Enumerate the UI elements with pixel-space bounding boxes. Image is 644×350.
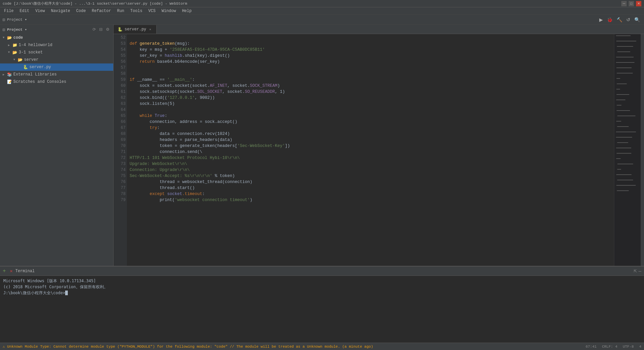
tree-node-label: 3-1 socket: [19, 50, 43, 55]
code-token: while: [130, 114, 155, 118]
terminal-add-tab[interactable]: +: [3, 268, 6, 274]
tree-node-label: External Libraries: [13, 72, 57, 77]
code-token: SO_REUSEADDR: [245, 90, 275, 94]
code-token: % token): [212, 174, 235, 178]
code-token: .timeout: [182, 192, 202, 196]
code-token: Connection: Upgrade\r\n\: [130, 168, 190, 172]
toolbar: ◫ Project ▾ ▶ 🐞 🔨 ↺ 🔍: [0, 15, 644, 25]
tree-node-icon: 📂: [17, 57, 23, 62]
menu-item-refactor[interactable]: Refactor: [89, 8, 114, 14]
tree-item-1-4_helloworld[interactable]: ▶📁1-4 helloworld: [0, 41, 113, 49]
maximize-button[interactable]: □: [629, 1, 634, 6]
tree-arrow-icon: ▼: [8, 51, 12, 54]
tree-node-icon: 📁: [12, 42, 17, 48]
close-button[interactable]: ✕: [636, 1, 641, 6]
tree-item-scratches_and_consoles[interactable]: 📝Scratches and Consoles: [0, 78, 113, 85]
code-line: return base64.b64encode(ser_key): [130, 59, 611, 65]
tree-item-code[interactable]: ▼📂code: [0, 34, 113, 41]
code-token: :: [157, 126, 160, 130]
collapse-button[interactable]: ⊟: [98, 27, 104, 32]
code-token: ser_key =: [130, 53, 165, 58]
code-content[interactable]: def generate_token(msg): key = msg + '25…: [127, 34, 614, 266]
line-number: 62: [115, 95, 126, 101]
code-token: return: [130, 59, 157, 64]
sidebar: ◫ Project ▾ ⟳ ⊟ ⚙ ▼📂code▶📁1-4 helloworld…: [0, 25, 114, 266]
tree-item-external_libraries[interactable]: ▶📚External Libraries: [0, 71, 113, 78]
menu-item-run[interactable]: Run: [114, 8, 127, 14]
debug-button[interactable]: 🐞: [606, 16, 614, 23]
line-number: 68: [115, 131, 126, 137]
terminal-minimize-button[interactable]: ─: [638, 269, 641, 274]
tab-close-icon[interactable]: ✕: [148, 27, 152, 31]
tree-item-server.py[interactable]: 🐍server.py: [0, 63, 113, 71]
title-bar: code [J:\book\微信小程序大全\code] - ...\3-1 so…: [0, 0, 644, 7]
tree-arrow-icon: ▶: [3, 73, 7, 76]
line-number: 57: [115, 65, 126, 71]
line-number: 63: [115, 101, 126, 107]
settings-button[interactable]: ⚙: [105, 27, 111, 32]
code-line: sock = socket.socket(socket.AF_INET, soc…: [130, 83, 611, 89]
menu-item-view[interactable]: View: [33, 8, 48, 14]
terminal-body[interactable]: Microsoft Windows [版本 10.0.17134.345](c)…: [0, 276, 644, 343]
code-token: thread.start(): [130, 186, 195, 190]
tree-node-label: code: [13, 35, 23, 40]
refresh-button[interactable]: ↺: [625, 16, 632, 23]
line-number: 65: [115, 113, 126, 119]
line-number: 76: [115, 179, 126, 185]
terminal-area: + ✕ Terminal ⇱ ─ Microsoft Windows [版本 1…: [0, 266, 644, 343]
code-token: except: [130, 192, 167, 196]
line-number: 69: [115, 137, 126, 143]
code-token: generate_token: [140, 41, 175, 46]
menu-item-vcs[interactable]: VCS: [146, 8, 158, 14]
line-number: 61: [115, 89, 126, 95]
search-toolbar-button[interactable]: 🔍: [633, 16, 641, 23]
code-line: data = connection.recv(1024): [130, 131, 611, 137]
code-token: def: [130, 41, 140, 46]
code-editor[interactable]: 5253545556575859606162636465666768697071…: [114, 34, 644, 266]
tab-server-py[interactable]: 🐍 server.py ✕: [114, 25, 157, 34]
code-token: SOL_SOCKET: [197, 90, 222, 94]
menu-item-tools[interactable]: Tools: [128, 8, 145, 14]
minimap: [614, 34, 641, 266]
terminal-close-tab[interactable]: ✕: [10, 268, 13, 274]
tree-item-3-1_socket[interactable]: ▼📂3-1 socket: [0, 49, 113, 56]
code-line: connection.send(\: [130, 149, 611, 155]
code-token: AF_INET: [210, 83, 227, 88]
line-number: 70: [115, 143, 126, 149]
code-token: __name__ ==: [137, 77, 167, 82]
title-controls: ─ □ ✕: [621, 1, 641, 6]
menu-item-window[interactable]: Window: [159, 8, 179, 14]
sync-button[interactable]: ⟳: [92, 27, 97, 32]
status-line-ending: CRLF: 4: [602, 345, 617, 349]
menu-item-navigate[interactable]: Navigate: [48, 8, 73, 14]
code-line: sock.listen(5): [130, 101, 611, 107]
build-button[interactable]: 🔨: [615, 16, 624, 23]
minimize-button[interactable]: ─: [621, 1, 627, 6]
code-token: base64.b64encode(ser_key): [157, 59, 220, 64]
menu-item-edit[interactable]: Edit: [17, 8, 32, 14]
code-line: headers = parse_headers(data): [130, 137, 611, 143]
code-token: connection, address = sock.accept(): [130, 120, 237, 124]
line-number: 55: [115, 53, 126, 59]
code-token: :: [165, 114, 167, 118]
code-token: ]): [285, 144, 290, 148]
terminal-line: Microsoft Windows [版本 10.0.17134.345]: [3, 278, 641, 284]
menu-item-help[interactable]: Help: [179, 8, 194, 14]
menu-item-file[interactable]: File: [1, 8, 16, 14]
code-token: 'websocket connection timeout': [175, 198, 250, 202]
code-token: 'Sec-WebSocket-Key': [237, 144, 285, 148]
menu-item-code[interactable]: Code: [73, 8, 89, 14]
code-line: Connection: Upgrade\r\n\: [130, 167, 611, 173]
tree-item-server[interactable]: ▼📂server: [0, 56, 113, 63]
terminal-expand-button[interactable]: ⇱: [634, 269, 637, 274]
code-line: try:: [130, 125, 611, 131]
code-line: print('websocket connection timeout'): [130, 197, 611, 203]
run-button[interactable]: ▶: [598, 16, 604, 23]
sidebar-header: ◫ Project ▾ ⟳ ⊟ ⚙: [0, 25, 113, 34]
code-line: except socket.timeout:: [130, 191, 611, 197]
sidebar-tree: ▼📂code▶📁1-4 helloworld▼📂3-1 socket▼📂serv…: [0, 34, 113, 85]
code-line: Upgrade: WebSocket\r\n\: [130, 161, 611, 167]
scroll-track[interactable]: [641, 34, 644, 266]
tree-node-icon: 📝: [7, 79, 12, 84]
code-token: token = generate_token(headers[: [130, 144, 237, 148]
